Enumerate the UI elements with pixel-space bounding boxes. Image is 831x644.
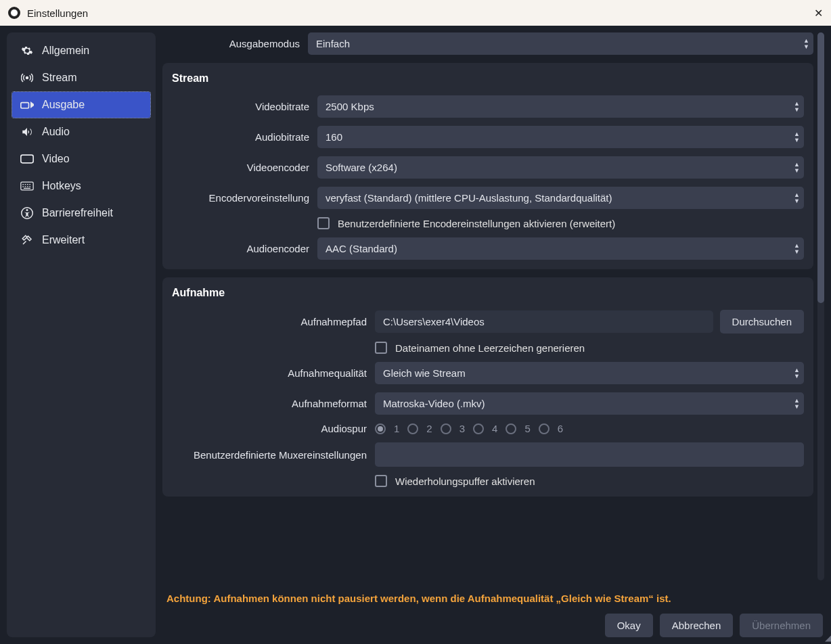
chevron-updown-icon: ▲▼	[794, 398, 800, 410]
sidebar-item-label: Stream	[42, 72, 77, 84]
chevron-updown-icon: ▲▼	[794, 162, 800, 174]
output-mode-select[interactable]: Einfach ▲▼	[308, 32, 813, 55]
recording-quality-select[interactable]: Gleich wie Stream ▲▼	[375, 362, 804, 384]
content-scrollbar[interactable]	[817, 32, 824, 580]
sidebar-item-stream[interactable]: Stream	[12, 65, 150, 91]
sidebar-item-output[interactable]: Ausgabe	[12, 92, 150, 118]
encoder-preset-label: Encodervoreinstellung	[172, 192, 317, 204]
window-title: Einstellungen	[27, 7, 88, 19]
audiotrack-radio-6[interactable]	[539, 423, 549, 434]
nospace-label: Dateinamen ohne Leerzeichen generieren	[395, 342, 585, 354]
video-encoder-label: Videoencoder	[172, 162, 317, 173]
svg-point-5	[26, 209, 28, 211]
encoder-preset-select[interactable]: veryfast (Standard) (mittlere CPU-Auslas…	[317, 187, 804, 209]
custom-encoder-checkbox[interactable]	[317, 217, 330, 229]
recording-quality-label: Aufnahmequalität	[172, 367, 375, 379]
audiotrack-radio-4[interactable]	[473, 423, 484, 434]
sidebar-item-label: Erweitert	[42, 234, 85, 246]
sidebar-item-hotkeys[interactable]: Hotkeys	[12, 173, 150, 199]
audiotrack-group: 1 2 3 4 5 6	[375, 423, 804, 434]
broadcast-icon	[20, 72, 34, 84]
sidebar-item-label: Audio	[42, 126, 70, 138]
audiotrack-radio-1[interactable]	[375, 423, 386, 434]
muxer-settings-input[interactable]	[375, 442, 804, 467]
audiotrack-radio-3[interactable]	[441, 423, 451, 434]
chevron-updown-icon: ▲▼	[803, 38, 809, 50]
recording-path-input[interactable]: C:\Users\exer4\Videos	[375, 310, 713, 333]
sidebar-item-accessibility[interactable]: Barrierefreiheit	[12, 200, 150, 226]
sidebar-item-label: Ausgabe	[42, 99, 85, 111]
sidebar-item-audio[interactable]: Audio	[12, 119, 150, 145]
recording-format-label: Aufnahmeformat	[172, 398, 375, 409]
sidebar-item-label: Hotkeys	[42, 180, 81, 192]
audiotrack-label: Audiospur	[172, 423, 375, 434]
sidebar-item-advanced[interactable]: Erweitert	[12, 227, 150, 253]
audiotrack-radio-2[interactable]	[407, 423, 418, 434]
audio-icon	[20, 126, 34, 138]
nospace-checkbox[interactable]	[375, 342, 387, 354]
resize-grip-icon[interactable]: ◢	[825, 633, 830, 643]
recording-panel: Aufnahme Aufnahmepfad C:\Users\exer4\Vid…	[162, 277, 813, 497]
custom-encoder-label: Benutzerdefinierte Encodereinstellungen …	[338, 218, 615, 229]
sidebar-item-label: Video	[42, 153, 70, 165]
video-encoder-select[interactable]: Software (x264) ▲▼	[317, 156, 804, 179]
muxer-settings-label: Benutzerdefinierte Muxereinstellungen	[172, 449, 375, 461]
tools-icon	[20, 234, 34, 246]
output-mode-label: Ausgabemodus	[162, 38, 308, 49]
output-icon	[20, 99, 34, 110]
recording-path-label: Aufnahmepfad	[172, 316, 375, 327]
video-bitrate-input[interactable]: 2500 Kbps ▲▼	[317, 95, 804, 118]
dialog-button-bar: Okay Abbrechen Übernehmen	[162, 611, 824, 637]
sidebar-item-video[interactable]: Video	[12, 146, 150, 172]
audio-encoder-select[interactable]: AAC (Standard) ▲▼	[317, 237, 804, 260]
video-icon	[20, 154, 34, 164]
accessibility-icon	[20, 207, 34, 219]
sidebar-item-general[interactable]: Allgemein	[12, 38, 150, 64]
close-icon[interactable]: ✕	[814, 7, 823, 20]
chevron-updown-icon: ▲▼	[794, 101, 800, 113]
sidebar-item-label: Allgemein	[42, 45, 89, 57]
svg-rect-1	[21, 103, 29, 108]
chevron-updown-icon: ▲▼	[794, 243, 800, 255]
recording-format-select[interactable]: Matroska-Video (.mkv) ▲▼	[375, 392, 804, 415]
gear-icon	[20, 45, 34, 57]
keyboard-icon	[20, 181, 34, 191]
window-body: Allgemein Stream Ausgabe Audio Video Hot…	[0, 26, 831, 644]
video-bitrate-label: Videobitrate	[172, 101, 317, 112]
audiotrack-radio-5[interactable]	[506, 423, 516, 434]
obs-app-icon	[8, 7, 20, 19]
titlebar: Einstellungen ✕	[0, 0, 831, 26]
sidebar-item-label: Barrierefreiheit	[42, 207, 113, 219]
replay-buffer-label: Wiederholungspuffer aktivieren	[395, 476, 535, 487]
browse-button[interactable]: Durchsuchen	[720, 310, 804, 334]
chevron-updown-icon: ▲▼	[794, 131, 800, 143]
svg-rect-2	[21, 155, 33, 163]
stream-panel-title: Stream	[172, 72, 804, 85]
chevron-updown-icon: ▲▼	[794, 367, 800, 380]
chevron-updown-icon: ▲▼	[794, 192, 800, 204]
cancel-button[interactable]: Abbrechen	[660, 614, 734, 637]
svg-rect-3	[21, 182, 33, 190]
recording-panel-title: Aufnahme	[172, 287, 804, 299]
audio-bitrate-label: Audiobitrate	[172, 131, 317, 143]
replay-buffer-checkbox[interactable]	[375, 475, 387, 487]
audio-encoder-label: Audioencoder	[172, 243, 317, 254]
settings-sidebar: Allgemein Stream Ausgabe Audio Video Hot…	[7, 32, 156, 637]
svg-point-0	[26, 77, 28, 79]
apply-button[interactable]: Übernehmen	[740, 614, 823, 637]
warning-text: Achtung: Aufnahmen können nicht pausiert…	[166, 593, 824, 604]
audio-bitrate-select[interactable]: 160 ▲▼	[317, 126, 804, 148]
stream-panel: Stream Videobitrate 2500 Kbps ▲▼	[162, 63, 813, 269]
ok-button[interactable]: Okay	[605, 614, 653, 637]
